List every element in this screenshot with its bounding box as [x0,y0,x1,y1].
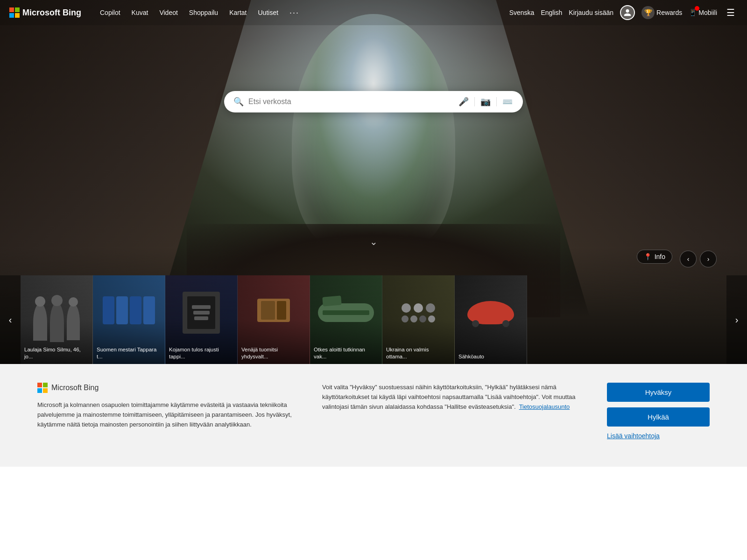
nav-videot[interactable]: Videot [155,6,182,19]
news-item[interactable]: Suomen mestari Tappara t... [93,275,165,364]
scroll-down-button[interactable]: ⌄ [370,236,378,247]
trophy-icon: 🏆 [641,6,655,19]
news-title: Laulaja Simo Silmu, 46, jo... [21,343,92,364]
keyboard-search-button[interactable]: ⌨️ [501,96,514,108]
brand-name: Microsoft Bing [22,8,81,18]
news-title: Ukraina on valmis ottama... [382,343,454,364]
news-item[interactable]: Venäjä tuomitsi yhdysvalt... [238,275,310,364]
footer-mid-col: Voit valita "Hyväksy" suostuessasi näihi… [322,383,588,412]
info-button[interactable]: 📍 Info [637,250,672,264]
location-icon: 📍 [644,253,652,260]
search-icon: 🔍 [233,97,244,107]
more-options-button[interactable]: Lisää vaihtoehtoja [607,432,660,440]
news-title: Sähköauto [455,350,527,364]
carousel-next-button[interactable]: › [726,275,747,364]
cookie-description-col1: Microsoft ja kolmannen osapuolen toimitt… [37,400,303,429]
nav-kartat[interactable]: Kartat [225,6,251,19]
login-link[interactable]: Kirjaudu sisään [569,9,613,16]
slideshow-prev-button[interactable]: ‹ [680,251,697,267]
info-label: Info [655,253,665,260]
hero-section: Microsoft Bing Copilot Kuvat Videot Shop… [0,0,747,364]
cookie-banner: Microsoft Bing Microsoft ja kolmannen os… [0,364,747,467]
search-divider-2 [496,97,497,106]
nav-uutiset[interactable]: Uutiset [254,6,283,19]
cookie-description-col2: Voit valita "Hyväksy" suostuessasi näihi… [322,383,588,412]
search-divider [474,97,475,106]
nav-more-dots[interactable]: ··· [285,5,304,21]
reject-button[interactable]: Hylkää [607,407,710,427]
rewards-button[interactable]: 🏆 Rewards [641,6,682,19]
avatar-button[interactable] [620,5,635,20]
news-item[interactable]: Kojamon tulos rajusti tappi... [165,275,238,364]
news-item[interactable]: Ukraina on valmis ottama... [382,275,455,364]
news-items-container: Laulaja Simo Silmu, 46, jo... Suomen mes… [21,275,726,364]
slideshow-next-button[interactable]: › [700,251,717,267]
news-title: Suomen mestari Tappara t... [93,343,165,364]
nav-kuvat[interactable]: Kuvat [127,6,153,19]
news-title: Kojamon tulos rajusti tappi... [165,343,237,364]
carousel-prev-button[interactable]: ‹ [0,275,21,364]
search-bar: 🔍 🎤 📷 ⌨️ [224,91,523,112]
visual-search-button[interactable]: 📷 [479,96,492,108]
news-title: Venäjä tuomitsi yhdysvalt... [238,343,310,364]
nav-copilot[interactable]: Copilot [95,6,125,19]
privacy-policy-link[interactable]: Tietosuojalausunto [519,403,570,410]
footer-brand-name: Microsoft Bing [51,384,99,392]
lang-svenska[interactable]: Svenska [509,9,535,16]
news-item[interactable]: Laulaja Simo Silmu, 46, jo... [21,275,93,364]
navbar-right: Svenska English Kirjaudu sisään 🏆 Reward… [509,5,738,20]
voice-search-button[interactable]: 🎤 [458,96,470,108]
footer-microsoft-logo [37,383,48,393]
news-item[interactable]: Otkes aloitti tutkinnan vak... [310,275,382,364]
search-container: 🔍 🎤 📷 ⌨️ [224,91,523,112]
navbar: Microsoft Bing Copilot Kuvat Videot Shop… [0,0,747,25]
cookie-buttons: Hyväksy Hylkää Lisää vaihtoehtoja [607,383,710,440]
mobile-label: Mobiili [698,9,717,16]
search-actions: 🎤 📷 ⌨️ [458,96,514,108]
news-carousel: ‹ Laulaja Simo Silmu, 46, [0,275,747,364]
news-item[interactable]: Sähköauto [455,275,527,364]
nav-shoppailu[interactable]: Shoppailu [184,6,223,19]
brand-logo[interactable]: Microsoft Bing [9,7,81,18]
search-input[interactable] [248,98,453,106]
accept-button[interactable]: Hyväksy [607,383,710,402]
mobile-icon: 📱 [689,9,697,16]
news-title: Otkes aloitti tutkinnan vak... [310,343,382,364]
mobile-button[interactable]: 📱 Mobiili [689,9,717,16]
lang-english[interactable]: English [541,9,562,16]
hamburger-menu[interactable]: ☰ [724,5,738,20]
rewards-label: Rewards [656,9,682,16]
footer-logo: Microsoft Bing [37,383,303,393]
microsoft-logo-grid [9,7,20,18]
footer-left-col: Microsoft Bing Microsoft ja kolmannen os… [37,383,303,429]
main-nav: Copilot Kuvat Videot Shoppailu Kartat Uu… [95,5,509,21]
